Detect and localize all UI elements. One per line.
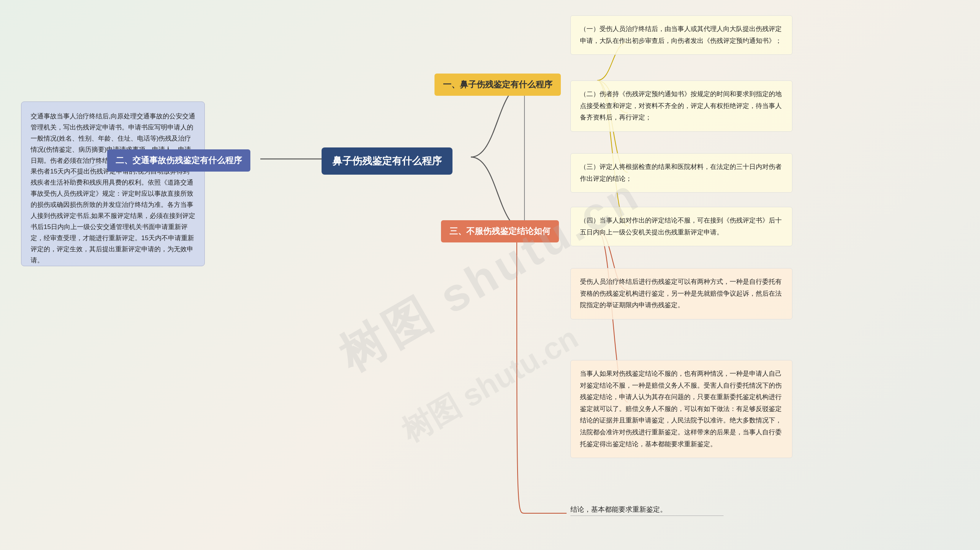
- right-box-5: 受伤人员治疗终结后进行伤残鉴定可以有两种方式，一种是自行委托有资格的伤残鉴定机构…: [570, 268, 792, 319]
- conclusion-node: 结论，基本都能要求重新鉴定。: [570, 505, 724, 516]
- canvas: 树图 shutu.cn 树图 shutu.cn 交通: [0, 0, 980, 550]
- right-box-3: （三）评定人将根据检查的结果和医院材料，在法定的三十日内对伤者作出评定的结论；: [570, 153, 792, 193]
- right-box-2: （二）伤者持《伤残评定预约通知书》按规定的时间和要求到指定的地点接受检查和评定，…: [570, 80, 792, 132]
- left-content-box: 交通事故当事人治疗终结后,向原处理交通事故的公安交通管理机关，写出伤残评定申请书…: [21, 101, 205, 266]
- center-node: 鼻子伤残鉴定有什么程序: [322, 147, 452, 175]
- right-box-6: 当事人如果对伤残鉴定结论不服的，也有两种情况，一种是申请人自己对鉴定结论不服，一…: [570, 360, 792, 458]
- right-box-4: （四）当事人如对作出的评定结论不服，可在接到《伤残评定书》后十五日内向上一级公安…: [570, 207, 792, 246]
- branch3-node: 三、不服伤残鉴定结论如何: [441, 220, 559, 242]
- left-content-text: 交通事故当事人治疗终结后,向原处理交通事故的公安交通管理机关，写出伤残评定申请书…: [31, 113, 195, 264]
- left-branch-node: 二、交通事故伤残鉴定有什么程序: [107, 149, 250, 172]
- right-box-1: （一）受伤人员治疗终结后，由当事人或其代理人向大队提出伤残评定申请，大队在作出初…: [570, 15, 792, 55]
- watermark2: 树图 shutu.cn: [394, 318, 586, 452]
- branch1-node: 一、鼻子伤残鉴定有什么程序: [434, 74, 561, 96]
